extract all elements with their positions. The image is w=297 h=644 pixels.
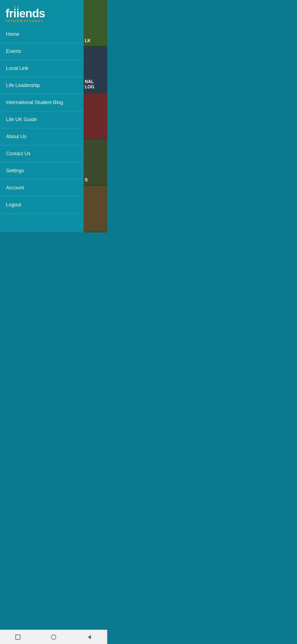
nav-menu: Home Events Local Link Life Leadership I… xyxy=(0,26,84,232)
sidebar-item-contact-us[interactable]: Contact Us xyxy=(0,145,84,162)
sidebar-item-account[interactable]: Account xyxy=(0,179,84,197)
content-section-3 xyxy=(84,93,107,140)
sidebar-item-about-us[interactable]: About Us xyxy=(0,128,84,145)
friends-logo: friiends INTERNATIONAL xyxy=(6,8,45,23)
sidebar-item-logout[interactable]: Logout xyxy=(0,197,84,214)
sidebar-item-home[interactable]: Home xyxy=(0,26,84,43)
sidebar-item-events[interactable]: Events xyxy=(0,43,84,60)
content-section-1: LK xyxy=(84,0,107,47)
logo-dot-i1: i xyxy=(13,8,16,19)
sidebar-drawer: friiends INTERNATIONAL Home Events Local… xyxy=(0,0,84,232)
app-container: friiends INTERNATIONAL Home Events Local… xyxy=(0,0,107,232)
sidebar-item-life-leadership[interactable]: Life Leadership xyxy=(0,77,84,94)
sidebar-item-settings[interactable]: Settings xyxy=(0,162,84,179)
main-content-overlay: LK NALLOG S xyxy=(84,0,107,232)
sidebar-item-local-link[interactable]: Local Link xyxy=(0,60,84,77)
sidebar-item-life-uk-guide[interactable]: Life UK Guide xyxy=(0,111,84,128)
sidebar-item-international-student-blog[interactable]: International Student Blog xyxy=(0,94,84,111)
logo-area: friiends INTERNATIONAL xyxy=(0,0,84,26)
logo-word: friiends xyxy=(6,8,45,19)
content-section-5 xyxy=(84,186,107,232)
logo-dot-i2: i xyxy=(16,8,19,19)
content-section-4: S xyxy=(84,139,107,186)
section-4-text: S xyxy=(85,177,88,182)
content-section-2: NALLOG xyxy=(84,47,107,93)
section-2-text: NALLOG xyxy=(85,79,94,89)
section-1-text: LK xyxy=(85,38,90,43)
logo-international: INTERNATIONAL xyxy=(6,19,45,23)
